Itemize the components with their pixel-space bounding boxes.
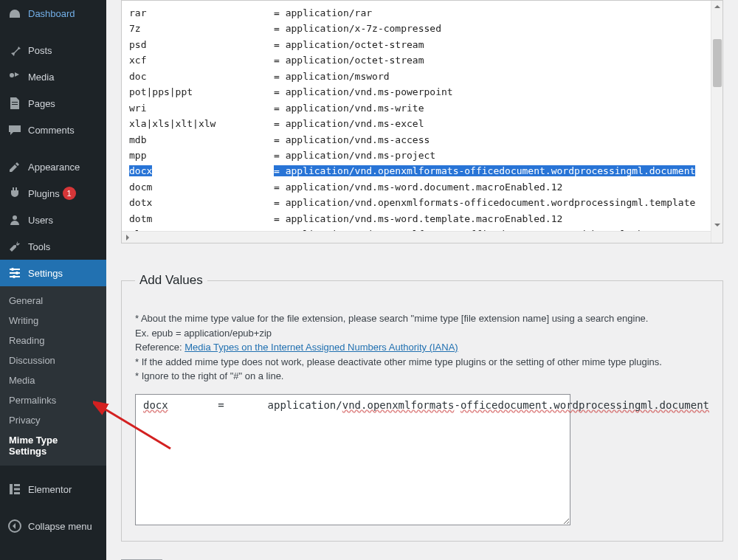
mime-val: = application/vnd.ms-write: [274, 100, 715, 116]
mime-list-box[interactable]: rar= application/rar7z= application/x-7z…: [121, 0, 723, 243]
mime-val: = application/x-7z-compressed: [274, 21, 715, 36]
mime-row: dotx= application/vnd.openxmlformats-off…: [129, 195, 715, 210]
sidebar-label-dashboard: Dashboard: [28, 8, 75, 19]
pages-icon: [7, 96, 22, 111]
elementor-icon: [7, 482, 22, 497]
svg-point-1: [13, 215, 17, 220]
mime-row: rar= application/rar: [129, 5, 715, 21]
add-values-textarea-wrapper: docx = application/vnd.openxmlformats-of…: [135, 394, 709, 528]
sidebar-label-elementor: Elementor: [28, 484, 72, 495]
submenu-privacy[interactable]: Privacy: [0, 410, 106, 430]
settings-submenu: General Writing Reading Discussion Media…: [0, 286, 106, 466]
menu-separator: [0, 466, 106, 476]
mime-eq: [262, 163, 274, 179]
scroll-right-button[interactable]: [122, 232, 134, 243]
sidebar-item-appearance[interactable]: Appearance: [0, 153, 106, 180]
sidebar-item-posts[interactable]: Posts: [0, 37, 106, 63]
mime-eq: [262, 132, 274, 148]
mime-eq: [262, 5, 274, 21]
submenu-reading[interactable]: Reading: [0, 331, 106, 350]
add-values-textarea[interactable]: [135, 394, 570, 525]
scroll-down-button[interactable]: [711, 219, 723, 231]
help-line-1: * About the mime type value for the file…: [135, 311, 709, 326]
submenu-mime-type-settings[interactable]: Mime Type Settings: [0, 430, 106, 461]
mime-row: wri= application/vnd.ms-write: [129, 100, 715, 116]
mime-ext: mpp: [129, 148, 262, 163]
mime-val: = application/vnd.ms-excel: [274, 116, 715, 131]
vertical-scrollbar[interactable]: [711, 1, 723, 243]
scroll-thumb[interactable]: [713, 39, 722, 87]
sidebar-item-elementor[interactable]: Elementor: [0, 476, 106, 502]
menu-separator: [0, 143, 106, 153]
iana-link[interactable]: Media Types on the Internet Assigned Num…: [184, 342, 458, 353]
svg-rect-10: [14, 488, 20, 491]
mime-row: mdb= application/vnd.ms-access: [129, 132, 715, 148]
sidebar-label-users: Users: [28, 215, 53, 226]
help-line-4: * If the added mime type does not work, …: [135, 355, 709, 370]
submenu-writing[interactable]: Writing: [0, 311, 106, 331]
mime-eq: [262, 179, 274, 195]
mime-ext: 7z: [129, 21, 262, 36]
mime-ext: pot|pps|ppt: [129, 84, 262, 100]
submenu-media[interactable]: Media: [0, 370, 106, 390]
svg-rect-8: [10, 484, 13, 494]
sidebar-label-appearance: Appearance: [28, 162, 80, 173]
submenu-discussion[interactable]: Discussion: [0, 350, 106, 370]
mime-val: = application/vnd.ms-project: [274, 148, 715, 163]
sidebar-item-comments[interactable]: Comments: [0, 117, 106, 143]
mime-val: = application/msword: [274, 69, 715, 84]
sidebar-item-media[interactable]: Media: [0, 63, 106, 90]
mime-row: xla|xls|xlt|xlw= application/vnd.ms-exce…: [129, 116, 715, 131]
submenu-general[interactable]: General: [0, 291, 106, 311]
mime-eq: [262, 211, 274, 227]
mime-eq: [262, 195, 274, 210]
sidebar-item-settings[interactable]: Settings: [0, 260, 106, 286]
mime-ext: xcf: [129, 52, 262, 68]
mime-val: = application/rar: [274, 5, 715, 21]
sidebar-item-plugins[interactable]: Plugins 1: [0, 180, 106, 207]
tools-icon: [7, 239, 22, 254]
settings-icon: [7, 266, 22, 280]
mime-ext: rar: [129, 5, 262, 21]
sidebar-item-dashboard[interactable]: Dashboard: [0, 0, 106, 27]
mime-eq: [262, 116, 274, 131]
svg-rect-9: [14, 484, 20, 486]
help-line-5: * Ignore to the right of "#" on a line.: [135, 369, 709, 384]
comments-icon: [7, 122, 22, 137]
sidebar-label-posts: Posts: [28, 45, 52, 56]
mime-eq: [262, 52, 274, 68]
mime-row: psd= application/octet-stream: [129, 37, 715, 52]
sidebar-label-tools: Tools: [28, 241, 50, 252]
svg-point-6: [15, 272, 18, 274]
appearance-icon: [7, 159, 22, 174]
mime-ext: psd: [129, 37, 262, 52]
sidebar-item-collapse[interactable]: Collapse menu: [0, 513, 106, 539]
mime-val: = application/vnd.openxmlformats-officed…: [274, 163, 715, 179]
mime-ext: dotx: [129, 195, 262, 210]
submenu-permalinks[interactable]: Permalinks: [0, 390, 106, 410]
sidebar-item-users[interactable]: Users: [0, 207, 106, 233]
sidebar-label-media: Media: [28, 72, 54, 83]
update-badge: 1: [63, 187, 76, 200]
help-line-3: Reference: Media Types on the Internet A…: [135, 340, 709, 355]
scroll-up-button[interactable]: [711, 1, 723, 13]
mime-eq: [262, 100, 274, 116]
mime-row: xcf= application/octet-stream: [129, 52, 715, 68]
mime-row: docm= application/vnd.ms-word.document.m…: [129, 179, 715, 195]
horizontal-scrollbar[interactable]: [122, 231, 711, 243]
sidebar-label-pages: Pages: [28, 98, 55, 109]
mime-row: mpp= application/vnd.ms-project: [129, 148, 715, 163]
mime-ext: docm: [129, 179, 262, 195]
mime-eq: [262, 37, 274, 52]
chevron-down-icon: [714, 222, 720, 228]
sidebar-label-comments: Comments: [28, 125, 75, 136]
mime-eq: [262, 148, 274, 163]
chevron-up-icon: [714, 4, 720, 10]
sidebar-item-tools[interactable]: Tools: [0, 233, 106, 260]
mime-ext: docx: [129, 163, 262, 179]
svg-point-7: [13, 275, 15, 278]
sidebar-item-pages[interactable]: Pages: [0, 90, 106, 117]
mime-val: = application/vnd.ms-powerpoint: [274, 84, 715, 100]
menu-separator: [0, 27, 106, 37]
svg-point-5: [11, 268, 14, 271]
